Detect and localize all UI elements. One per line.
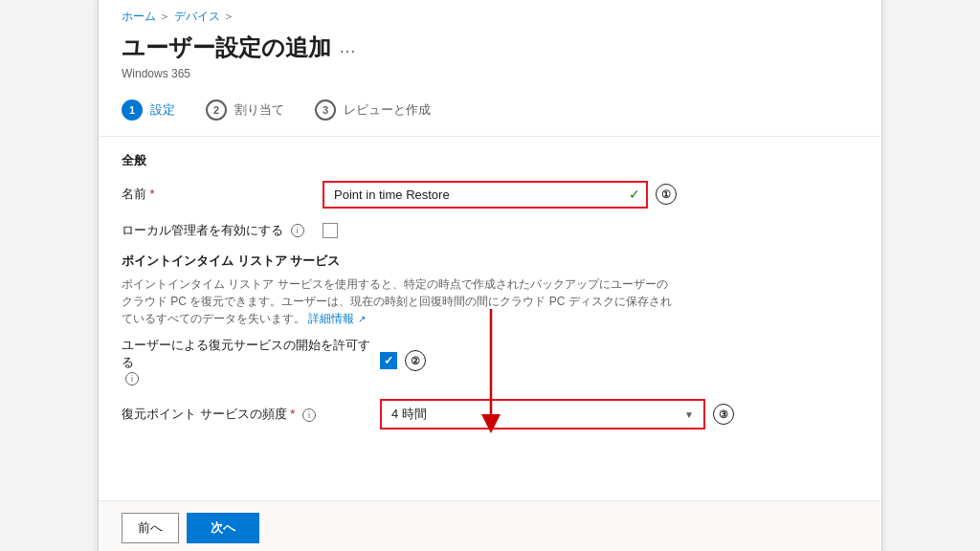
step-2-label: 割り当て	[234, 101, 284, 119]
annotation-circle-2: ②	[405, 350, 426, 371]
step-3-label: レビューと作成	[344, 101, 431, 119]
back-button[interactable]: 前へ	[122, 513, 179, 543]
page-title-ellipsis: …	[339, 37, 356, 57]
name-check-icon: ✓	[629, 187, 640, 202]
main-content: 全般 名前 * ✓ ① ローカル管理者を有効にする i ポイントインタイム リス…	[99, 137, 881, 500]
frequency-row: 復元ポイント サービスの頻度 * i 4 時間 ▼ ③	[122, 399, 858, 430]
page-subtitle: Windows 365	[99, 65, 881, 92]
step-3[interactable]: 3 レビューと作成	[315, 99, 431, 121]
breadcrumb-sep1: ＞	[159, 10, 173, 23]
steps-bar: 1 設定 2 割り当て 3 レビューと作成	[99, 92, 881, 137]
local-admin-checkbox[interactable]	[323, 223, 338, 238]
external-link-icon: ↗	[358, 314, 366, 324]
step-1[interactable]: 1 設定	[122, 99, 175, 121]
local-admin-row: ローカル管理者を有効にする i	[122, 222, 858, 239]
pitrs-detail-link[interactable]: 詳細情報	[308, 312, 354, 325]
page-title: ユーザー設定の追加	[122, 33, 331, 63]
step-3-circle: 3	[315, 99, 336, 121]
step-1-circle: 1	[122, 99, 143, 121]
general-section-label: 全般	[122, 152, 858, 169]
next-button[interactable]: 次へ	[187, 513, 259, 543]
pitrs-description: ポイントインタイム リストア サービスを使用すると、特定の時点で作成されたバック…	[122, 276, 677, 327]
annotation-circle-1: ①	[656, 184, 677, 205]
breadcrumb-device[interactable]: デバイス	[174, 10, 220, 23]
name-label: 名前 *	[122, 186, 323, 203]
annotation-circle-3: ③	[713, 404, 734, 425]
pitrs-title: ポイントインタイム リストア サービス	[122, 253, 858, 270]
breadcrumb-home[interactable]: ホーム	[122, 10, 156, 23]
name-input[interactable]	[323, 181, 648, 209]
user-restore-row: ユーザーによる復元サービスの開始を許可する i ②	[122, 337, 858, 386]
frequency-value: 4 時間	[391, 406, 427, 423]
breadcrumb-sep2: ＞	[223, 10, 234, 23]
user-restore-info-icon: i	[125, 372, 139, 386]
frequency-dropdown-arrow: ▼	[684, 409, 694, 420]
frequency-info-icon: i	[302, 408, 316, 422]
user-restore-checkbox[interactable]	[380, 352, 397, 369]
page-title-row: ユーザー設定の追加 …	[99, 29, 881, 65]
pitrs-section: ポイントインタイム リストア サービス ポイントインタイム リストア サービスを…	[122, 253, 858, 327]
step-1-label: 設定	[150, 101, 175, 119]
local-admin-info-icon: i	[291, 224, 304, 237]
frequency-label: 復元ポイント サービスの頻度 * i	[122, 406, 380, 423]
name-field-row: 名前 * ✓ ①	[122, 181, 858, 209]
user-restore-label: ユーザーによる復元サービスの開始を許可する i	[122, 337, 380, 386]
name-input-wrapper: ✓	[323, 181, 648, 209]
breadcrumb: ホーム ＞ デバイス ＞	[99, 0, 881, 29]
footer-bar: 前へ 次へ	[99, 500, 881, 552]
step-2-circle: 2	[206, 99, 227, 121]
step-2[interactable]: 2 割り当て	[206, 99, 284, 121]
frequency-select[interactable]: 4 時間 ▼	[380, 399, 705, 430]
local-admin-label: ローカル管理者を有効にする i	[122, 222, 323, 239]
